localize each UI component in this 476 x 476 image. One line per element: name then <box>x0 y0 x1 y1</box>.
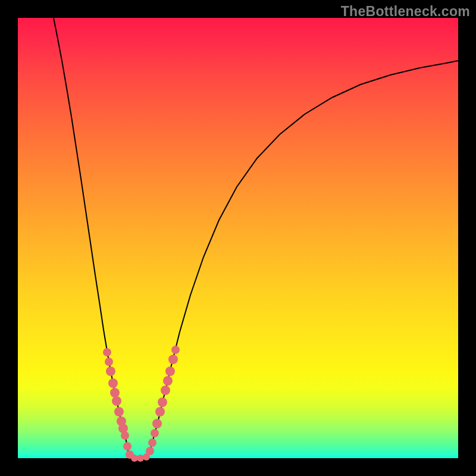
data-dot <box>171 346 180 354</box>
data-dot <box>103 348 111 356</box>
data-dot <box>146 447 154 455</box>
plot-area <box>18 18 458 458</box>
data-dot <box>137 455 144 462</box>
data-dot <box>163 376 173 386</box>
data-dot <box>158 397 167 407</box>
watermark-text: TheBottleneck.com <box>341 4 470 20</box>
data-dot <box>106 367 115 376</box>
chart-svg <box>18 18 458 458</box>
data-dot <box>151 429 159 437</box>
data-dot <box>155 407 165 416</box>
data-dot <box>168 355 178 364</box>
data-dot <box>123 442 131 450</box>
data-dot <box>152 419 162 428</box>
data-dot <box>148 439 156 447</box>
data-dot <box>105 358 113 366</box>
chart-frame: TheBottleneck.com <box>0 0 476 476</box>
data-dot <box>161 386 170 395</box>
data-dot <box>108 378 118 388</box>
data-dot <box>121 431 129 440</box>
data-dot <box>110 388 120 397</box>
data-dot <box>112 396 121 406</box>
data-dot <box>114 407 124 416</box>
data-dot <box>165 367 175 376</box>
